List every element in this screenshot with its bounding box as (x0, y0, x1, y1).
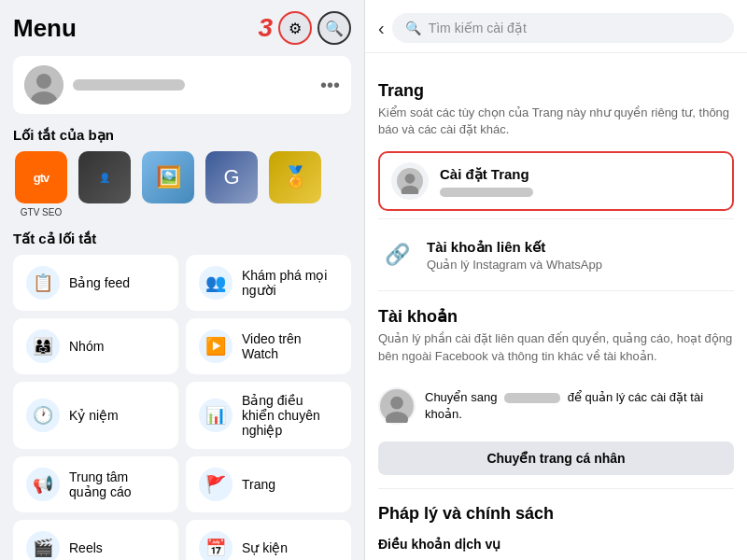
video-icon: ▶️ (199, 329, 233, 363)
shortcuts-row: gtv GTV SEO 👤 🖼️ G 🏅 (13, 151, 351, 217)
profile-left (24, 65, 185, 105)
profile-more-btn[interactable]: ••• (320, 75, 340, 96)
reels-label: Reels (69, 540, 103, 555)
trang-label: Trang (242, 477, 275, 492)
shortcuts-section-label: Lối tắt của bạn (13, 127, 351, 144)
shortcut-badge[interactable]: 🏅 (267, 151, 323, 217)
shortcut-gtv-label: GTV SEO (21, 207, 62, 217)
shortcut-hien-img: 👤 (78, 151, 131, 203)
cai-dat-trang-icon (391, 162, 429, 200)
profile-name-bar (73, 79, 185, 91)
step3-badge: 3 (258, 13, 273, 43)
switch-btn[interactable]: Chuyển trang cá nhân (378, 441, 734, 475)
tai-khoan-section: Tài khoản Quản lý phần cài đặt liên quan… (378, 306, 734, 474)
bang-dieu-khien-icon: 📊 (199, 399, 233, 432)
svg-point-7 (390, 396, 403, 409)
account-switch-row: Chuyển sang để quản lý các cài đặt tài k… (378, 378, 734, 434)
bang-feed-label: Bảng feed (69, 275, 130, 290)
left-header: Menu 3 ⚙ 🔍 (13, 11, 351, 45)
tai-khoan-section-title: Tài khoản (378, 306, 734, 327)
tai-khoan-lien-ket-title: Tài khoản liên kết (427, 239, 734, 256)
video-label: Video trên Watch (242, 331, 338, 361)
nhom-label: Nhóm (69, 339, 104, 354)
menu-item-su-kien[interactable]: 📅 Sự kiện (186, 520, 351, 560)
reels-icon: 🎬 (26, 531, 60, 560)
menu-item-bang-feed[interactable]: 📋 Bảng feed (13, 255, 178, 311)
trang-icon: 🚩 (199, 468, 233, 501)
back-button[interactable]: ‹ (378, 18, 385, 39)
profile-row[interactable]: ••• (13, 56, 351, 114)
avatar (24, 65, 63, 105)
nhom-icon: 👨‍👩‍👧 (26, 329, 60, 363)
tai-khoan-lien-ket-text: Tài khoản liên kết Quản lý Instagram và … (427, 239, 734, 272)
search-bar[interactable]: 🔍 Tìm kiếm cài đặt (392, 13, 734, 43)
header-icons: 3 ⚙ 🔍 (258, 11, 351, 45)
divider-1 (378, 218, 734, 219)
shortcut-photo[interactable]: 🖼️ (140, 151, 196, 217)
quang-cao-label: Trung tâm quảng cáo (69, 469, 165, 499)
phap-ly-section: Pháp lý và chính sách Điều khoản dịch vụ… (378, 504, 734, 560)
switch-text-label: Chuyển sang (425, 390, 497, 404)
right-content: Trang Kiểm soát các tùy chọn của Trang n… (365, 53, 747, 560)
menu-title: Menu (13, 14, 77, 43)
menu-grid: 📋 Bảng feed 👥 Khám phá mọi người 👨‍👩‍👧 N… (13, 255, 351, 560)
ky-niem-label: Kỷ niệm (69, 408, 119, 423)
menu-item-video[interactable]: ▶️ Video trên Watch (186, 318, 351, 374)
cai-dat-trang-subtitle-bar (440, 188, 533, 197)
left-panel: Menu 3 ⚙ 🔍 ••• Lối tắt của bạn gtv GTV S… (0, 0, 364, 560)
menu-item-quang-cao[interactable]: 📢 Trung tâm quảng cáo (13, 456, 178, 512)
search-placeholder: Tìm kiếm cài đặt (429, 21, 527, 35)
svg-point-1 (36, 74, 51, 89)
kham-pha-icon: 👥 (199, 266, 233, 300)
bang-feed-icon: 📋 (26, 266, 60, 300)
search-icon-btn[interactable]: 🔍 (317, 11, 351, 45)
shortcut-photo-img: 🖼️ (142, 151, 194, 203)
tai-khoan-section-desc: Quản lý phần cài đặt liên quan đến quyền… (378, 330, 734, 364)
tai-khoan-lien-ket-subtitle: Quản lý Instagram và WhatsApp (427, 258, 734, 272)
tai-khoan-lien-ket-item[interactable]: 🔗 Tài khoản liên kết Quản lý Instagram v… (378, 227, 734, 283)
right-header: ‹ 🔍 Tìm kiếm cài đặt (365, 0, 747, 53)
svg-point-4 (405, 174, 416, 184)
cai-dat-trang-text: Cài đặt Trang (440, 166, 721, 197)
menu-item-kham-pha[interactable]: 👥 Khám phá mọi người (186, 255, 351, 311)
right-panel: ‹ 🔍 Tìm kiếm cài đặt Trang Kiểm soát các… (364, 0, 747, 560)
shortcut-gtv[interactable]: gtv GTV SEO (13, 151, 69, 217)
cai-dat-trang-wrapper: Cài đặt Trang 4 (378, 151, 734, 211)
shortcut-badge-img: 🏅 (269, 151, 321, 203)
divider-2 (378, 290, 734, 291)
shortcut-grp-img: G (205, 151, 258, 203)
switch-name-bar (504, 393, 560, 403)
bang-dieu-khien-label: Bảng điều khiển chuyên nghiệp (242, 393, 338, 438)
settings-icon-btn[interactable]: ⚙ (278, 11, 312, 45)
menu-item-trang[interactable]: 🚩 Trang (186, 456, 351, 512)
quang-cao-icon: 📢 (26, 468, 60, 501)
link-icon: 🔗 (378, 236, 416, 273)
shortcut-hien[interactable]: 👤 (77, 151, 133, 217)
trang-section: Trang Kiểm soát các tùy chọn của Trang n… (378, 81, 734, 283)
all-shortcuts-label: Tất cả lối tắt (13, 231, 351, 247)
menu-item-ky-niem[interactable]: 🕐 Kỷ niệm (13, 382, 178, 449)
trang-section-desc: Kiểm soát các tùy chọn của Trang này như… (378, 105, 734, 138)
trang-section-title: Trang (378, 81, 734, 101)
cai-dat-trang-title: Cài đặt Trang (440, 166, 721, 183)
gtv-logo: gtv (15, 151, 67, 203)
switch-text: Chuyển sang để quản lý các cài đặt tài k… (425, 389, 734, 423)
su-kien-label: Sự kiện (242, 540, 288, 555)
menu-item-reels[interactable]: 🎬 Reels (13, 520, 178, 560)
cai-dat-trang-item[interactable]: Cài đặt Trang (378, 151, 734, 211)
divider-3 (378, 488, 734, 489)
search-icon: 🔍 (405, 21, 421, 35)
phap-ly-title: Pháp lý và chính sách (378, 504, 734, 524)
account-avatar (378, 387, 416, 425)
su-kien-icon: 📅 (199, 531, 233, 560)
legal-link-0[interactable]: Điều khoản dịch vụ (378, 527, 734, 560)
kham-pha-label: Khám phá mọi người (242, 268, 338, 298)
menu-item-bang-dieu-khien[interactable]: 📊 Bảng điều khiển chuyên nghiệp (186, 382, 351, 449)
shortcut-grp[interactable]: G (204, 151, 260, 217)
menu-item-nhom[interactable]: 👨‍👩‍👧 Nhóm (13, 318, 178, 374)
ky-niem-icon: 🕐 (26, 399, 60, 432)
